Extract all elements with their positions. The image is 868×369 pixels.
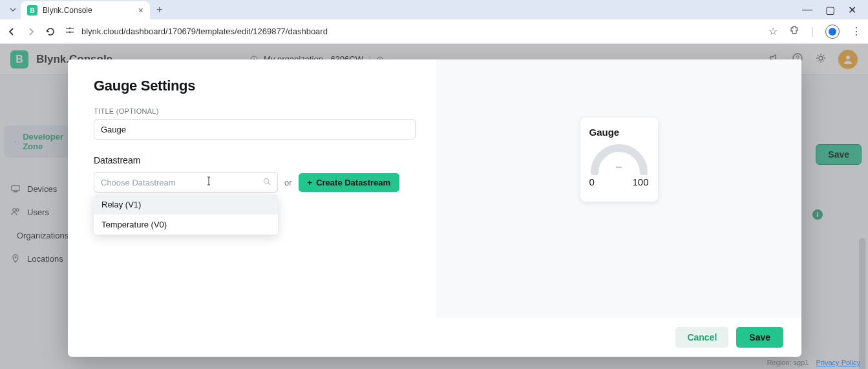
- create-datastream-label: Create Datastream: [316, 178, 390, 187]
- maximize-icon[interactable]: ▢: [825, 4, 835, 16]
- forward-button[interactable]: [26, 26, 36, 37]
- favicon-icon: B: [27, 5, 37, 16]
- dropdown-item-relay[interactable]: Relay (V1): [94, 195, 278, 215]
- title-label: TITLE (OPTIONAL): [94, 107, 410, 115]
- gauge-value: –: [616, 161, 622, 173]
- title-input[interactable]: [94, 119, 416, 140]
- svg-point-5: [69, 31, 71, 33]
- text-cursor-icon: [206, 176, 212, 189]
- gauge-preview: Gauge – 0 100: [436, 59, 801, 318]
- bookmark-icon[interactable]: ☆: [768, 25, 778, 37]
- cancel-button[interactable]: Cancel: [675, 327, 728, 348]
- profile-icon[interactable]: [825, 25, 840, 39]
- footer: Region: sgp1 Privacy Policy: [767, 359, 860, 366]
- minimize-icon[interactable]: —: [802, 4, 812, 16]
- close-window-icon[interactable]: ✕: [848, 4, 856, 16]
- new-tab-button[interactable]: +: [156, 4, 162, 16]
- or-text: or: [284, 178, 292, 187]
- datastream-label: Datastream: [94, 155, 410, 165]
- gauge-arc: –: [589, 143, 649, 175]
- address-bar[interactable]: blynk.cloud/dashboard/170679/templates/e…: [65, 25, 759, 37]
- datastream-placeholder: Choose Datastream: [101, 178, 263, 187]
- modal-title: Gauge Settings: [94, 78, 410, 94]
- datastream-select[interactable]: Choose Datastream: [94, 172, 278, 193]
- svg-rect-1: [70, 28, 74, 29]
- svg-rect-0: [66, 28, 69, 29]
- site-settings-icon[interactable]: [65, 25, 75, 37]
- svg-point-22: [264, 179, 269, 184]
- browser-tab-strip: B Blynk.Console × + — ▢ ✕: [0, 0, 868, 19]
- window-controls: — ▢ ✕: [802, 4, 863, 16]
- gauge-min: 0: [589, 176, 595, 187]
- tab-title: Blynk.Console: [43, 6, 133, 15]
- close-icon[interactable]: ×: [138, 5, 143, 16]
- privacy-link[interactable]: Privacy Policy: [816, 359, 860, 366]
- browser-toolbar: blynk.cloud/dashboard/170679/templates/e…: [0, 19, 868, 44]
- browser-tab[interactable]: B Blynk.Console ×: [21, 1, 150, 19]
- gauge-settings-modal: Gauge Settings TITLE (OPTIONAL) Datastre…: [68, 59, 801, 357]
- back-button[interactable]: [6, 26, 17, 37]
- modal-footer: Cancel Save: [68, 318, 801, 357]
- datastream-dropdown: Relay (V1) Temperature (V0): [94, 195, 278, 235]
- svg-point-4: [69, 27, 71, 29]
- reload-button[interactable]: [45, 26, 56, 37]
- extensions-icon[interactable]: [789, 25, 799, 38]
- url-text: blynk.cloud/dashboard/170679/templates/e…: [81, 26, 328, 36]
- dropdown-item-temperature[interactable]: Temperature (V0): [94, 215, 278, 235]
- svg-rect-3: [70, 32, 74, 33]
- search-icon: [263, 176, 271, 188]
- region-text: Region: sgp1: [767, 359, 809, 366]
- gauge-widget: Gauge – 0 100: [580, 118, 658, 202]
- tab-search-icon[interactable]: [5, 6, 21, 14]
- plus-icon: +: [308, 178, 313, 187]
- gauge-max: 100: [632, 176, 648, 187]
- gauge-title: Gauge: [589, 127, 649, 138]
- create-datastream-button[interactable]: + Create Datastream: [299, 173, 400, 192]
- svg-rect-2: [66, 32, 69, 33]
- save-button[interactable]: Save: [736, 327, 783, 348]
- menu-icon[interactable]: ⋮: [851, 25, 862, 37]
